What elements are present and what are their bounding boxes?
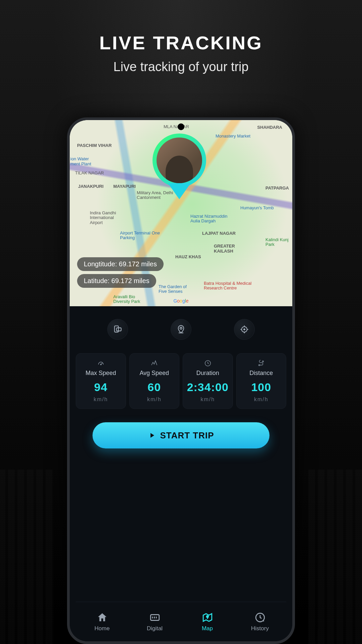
nav-label: Digital [147, 625, 163, 632]
nav-label: Map [202, 625, 213, 632]
svg-point-10 [206, 615, 208, 618]
digital-icon [149, 612, 161, 623]
avatar [157, 138, 202, 183]
map-place-label: Monastery Market [216, 133, 250, 139]
map-place-label: JANAKPURI [78, 184, 104, 189]
stat-unit: km/h [132, 396, 177, 402]
stat-label: Max Speed [79, 370, 123, 377]
map-place-label: PASCHIM VIHAR [77, 143, 112, 148]
svg-point-8 [262, 361, 264, 362]
map-place-label: The Garden of Five Senses [159, 284, 189, 294]
svg-rect-1 [116, 328, 121, 331]
map-place-label: GREATER KAILASH [214, 244, 247, 254]
nav-label: History [251, 625, 269, 632]
stat-value: 2:34:00 [186, 381, 230, 394]
recenter-button[interactable] [234, 319, 255, 340]
map[interactable]: MLA NAGAR SHAHDARA Monastery Market PASC… [70, 120, 292, 306]
bottom-nav: Home Digital Map History [76, 602, 286, 641]
stat-distance: Distance 100 km/h [236, 353, 287, 409]
action-row [76, 313, 286, 346]
avg-icon [150, 360, 158, 367]
phone-screen: MLA NAGAR SHAHDARA Monastery Market PASC… [70, 120, 292, 641]
stat-duration: Duration 2:34:00 km/h [183, 353, 233, 409]
nav-label: Home [95, 625, 110, 632]
pin-icon [176, 325, 186, 334]
stat-label: Duration [186, 370, 230, 377]
stat-label: Distance [239, 370, 284, 377]
hero-subtitle: Live tracking of your trip [113, 60, 248, 74]
svg-point-2 [180, 327, 182, 329]
map-place-label: LAJPAT NAGAR [202, 231, 236, 236]
map-place-label: TILAK NAGAR [75, 170, 104, 175]
map-place-label: Aravalli Bio Diversity Park [113, 294, 147, 304]
latitude-chip: Latitude: 69.172 miles [77, 274, 156, 288]
map-place-label: ion Water ment Plant [70, 156, 94, 166]
start-trip-label: START TRIP [160, 430, 214, 441]
location-pin-button[interactable] [171, 319, 191, 340]
map-place-label: Airport Terminal One Parking [120, 231, 160, 240]
stat-unit: km/h [239, 396, 284, 402]
map-place-label: Batra Hospital & Medical Research Centre [204, 281, 252, 291]
stat-unit: km/h [186, 396, 230, 402]
home-icon [97, 612, 108, 623]
history-icon [254, 612, 266, 623]
map-icon [202, 612, 213, 623]
gauge-icon [97, 360, 105, 367]
stat-value: 94 [79, 381, 123, 394]
user-location-pin[interactable] [153, 133, 209, 204]
play-icon [148, 431, 156, 439]
nav-map[interactable]: Map [181, 602, 234, 641]
svg-point-7 [259, 365, 260, 366]
stat-unit: km/h [79, 396, 123, 402]
map-place-label: SHAHDARA [257, 125, 282, 130]
camera-notch [178, 123, 184, 130]
stat-label: Avg Speed [132, 370, 177, 377]
stat-value: 60 [132, 381, 177, 394]
route-icon [257, 360, 265, 367]
stats-grid: Max Speed 94 km/h Avg Speed 60 km/h Dura… [76, 353, 286, 409]
map-place-label: Humayun's Tomb [240, 206, 281, 210]
stat-avg-speed: Avg Speed 60 km/h [129, 353, 180, 409]
rotate-device-button[interactable] [107, 319, 128, 340]
map-place-label: MLA NAGAR [164, 124, 189, 129]
svg-point-4 [244, 329, 245, 330]
longitude-chip: Longtitude: 69.172 miles [77, 257, 164, 271]
nav-home[interactable]: Home [76, 602, 128, 641]
clock-icon [204, 360, 212, 367]
stat-max-speed: Max Speed 94 km/h [76, 353, 126, 409]
map-place-label: HAUZ KHAS [175, 254, 201, 259]
map-place-label: Indira Gandhi International Airport [90, 211, 127, 225]
hero-title: LIVE TRACKING [99, 32, 263, 54]
rotate-device-icon [113, 325, 122, 334]
start-trip-button[interactable]: START TRIP [93, 422, 269, 448]
map-place-label: MAYAPURI [113, 184, 136, 189]
phone-frame: MLA NAGAR SHAHDARA Monastery Market PASC… [67, 117, 295, 644]
nav-history[interactable]: History [234, 602, 286, 641]
map-place-label: Kalindi Kunj Park [265, 237, 289, 247]
map-place-label: PATPARGA [265, 185, 289, 191]
control-panel: Max Speed 94 km/h Avg Speed 60 km/h Dura… [70, 306, 292, 641]
map-place-label: Hazrat Nizamuddin Aulia Dargah [190, 214, 231, 224]
stat-value: 100 [239, 381, 284, 394]
nav-digital[interactable]: Digital [128, 602, 181, 641]
target-icon [240, 325, 249, 334]
